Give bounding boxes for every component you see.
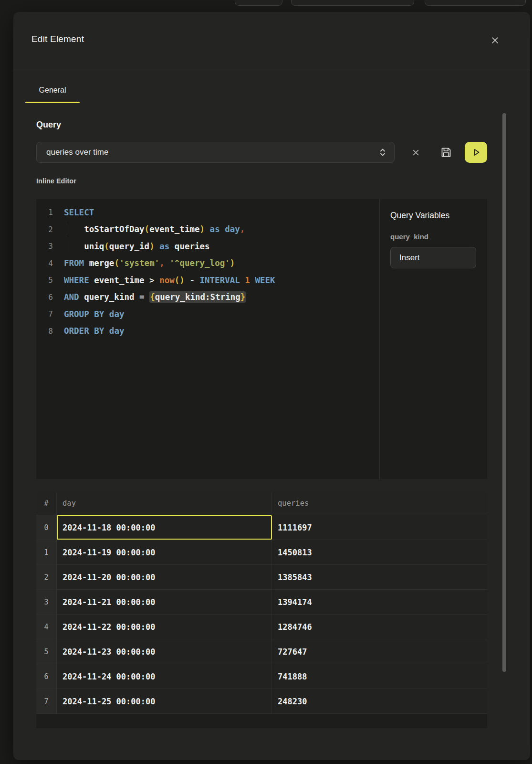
clear-query-button[interactable] bbox=[410, 147, 421, 158]
queries-cell[interactable]: 248230 bbox=[272, 689, 487, 713]
table-row: 32024-11-21 00:00:001394174 bbox=[36, 590, 487, 615]
code-text: GROUP BY day bbox=[64, 309, 124, 319]
code-line[interactable]: 4FROM merge('system', '^query_log') bbox=[36, 255, 379, 272]
code-line[interactable]: 5WHERE event_time > now() - INTERVAL 1 W… bbox=[36, 272, 379, 289]
queries-cell[interactable]: 1284746 bbox=[272, 615, 487, 639]
table-row: 62024-11-24 00:00:00741888 bbox=[36, 664, 487, 689]
code-token-fn: toStartOfDay bbox=[84, 224, 144, 234]
code-token-kw: ORDER bbox=[64, 326, 89, 336]
code-token-fn: merge bbox=[89, 258, 115, 268]
code-token-paren: ) bbox=[149, 242, 155, 251]
code-token-comma: , bbox=[159, 258, 165, 268]
queries-cell[interactable]: 1450813 bbox=[272, 540, 487, 564]
close-button[interactable] bbox=[490, 35, 500, 45]
queries-cell[interactable]: 1385843 bbox=[272, 565, 487, 589]
inline-editor-label: Inline Editor bbox=[36, 177, 76, 185]
results-table-header: # day queries bbox=[36, 492, 487, 515]
results-table-footer bbox=[36, 714, 487, 728]
save-query-button[interactable] bbox=[439, 146, 453, 159]
table-row: 02024-11-18 00:00:001111697 bbox=[36, 515, 487, 540]
code-token-paren: ( bbox=[114, 258, 119, 268]
code-line[interactable]: 2 toStartOfDay(event_time) as day, bbox=[36, 221, 379, 238]
code-token-plain bbox=[89, 309, 94, 319]
code-line[interactable]: 7GROUP BY day bbox=[36, 306, 379, 323]
code-token-kw: BY bbox=[94, 309, 104, 319]
tab-general-label: General bbox=[25, 86, 80, 95]
line-number: 3 bbox=[39, 242, 53, 251]
up-down-chevron-icon bbox=[379, 147, 386, 158]
insert-variable-button[interactable]: Insert bbox=[390, 247, 476, 268]
query-selector-value: queries over time bbox=[46, 148, 379, 157]
query-selector[interactable]: queries over time bbox=[36, 142, 395, 163]
queries-cell[interactable]: 741888 bbox=[272, 664, 487, 689]
code-token-kw: INTERVAL bbox=[200, 276, 240, 285]
modal-scrollbar-thumb[interactable] bbox=[502, 113, 506, 672]
modal-header: Edit Element bbox=[13, 12, 530, 69]
day-cell-selected[interactable]: 2024-11-18 00:00:00 bbox=[57, 515, 272, 540]
query-variables-panel: Query Variables query_kindInsert bbox=[380, 199, 487, 479]
row-index-cell: 5 bbox=[36, 639, 57, 664]
line-number: 5 bbox=[39, 276, 53, 285]
sql-code-editor[interactable]: 1SELECT2 toStartOfDay(event_time) as day… bbox=[36, 199, 380, 479]
indent-guide bbox=[67, 223, 67, 235]
line-number: 8 bbox=[39, 327, 53, 336]
tab-general[interactable]: General bbox=[25, 86, 80, 103]
row-index-cell: 2 bbox=[36, 565, 57, 589]
day-cell[interactable]: 2024-11-19 00:00:00 bbox=[57, 540, 272, 564]
day-cell[interactable]: 2024-11-25 00:00:00 bbox=[57, 689, 272, 713]
code-token-kw: as bbox=[159, 242, 169, 251]
code-line[interactable]: 1SELECT bbox=[36, 204, 379, 221]
code-token-kw: BY bbox=[94, 326, 104, 336]
code-token-plain bbox=[155, 242, 160, 251]
code-token-brace: } bbox=[240, 292, 246, 302]
table-row: 22024-11-20 00:00:001385843 bbox=[36, 565, 487, 590]
code-token-paren: ) bbox=[230, 258, 235, 268]
clear-x-icon bbox=[413, 149, 419, 156]
line-number: 4 bbox=[39, 259, 53, 268]
code-text: AND query_kind = {query_kind:String} bbox=[64, 292, 246, 302]
background-toolbar-button[interactable] bbox=[425, 0, 526, 6]
queries-cell[interactable]: 1394174 bbox=[272, 590, 487, 614]
code-token-plain bbox=[250, 276, 255, 285]
code-line[interactable]: 6AND query_kind = {query_kind:String} bbox=[36, 289, 379, 306]
code-token-plain: - bbox=[185, 276, 200, 285]
code-token-kw: day bbox=[225, 224, 240, 234]
code-token-plain: event_time bbox=[149, 224, 199, 234]
day-cell[interactable]: 2024-11-21 00:00:00 bbox=[57, 590, 272, 614]
line-number: 7 bbox=[39, 309, 53, 318]
code-lines: 1SELECT2 toStartOfDay(event_time) as day… bbox=[36, 204, 379, 340]
code-token-plain bbox=[89, 326, 94, 336]
run-query-button[interactable] bbox=[465, 142, 487, 163]
close-icon bbox=[491, 37, 499, 44]
code-line[interactable]: 8ORDER BY day bbox=[36, 323, 379, 340]
background-toolbar-button[interactable] bbox=[235, 0, 282, 6]
code-token-kw: WEEK bbox=[255, 276, 275, 285]
code-token-kw: WHERE bbox=[64, 276, 89, 285]
table-row: 52024-11-23 00:00:00727647 bbox=[36, 639, 487, 664]
code-line[interactable]: 3 uniq(query_id) as queries bbox=[36, 238, 379, 255]
day-cell[interactable]: 2024-11-23 00:00:00 bbox=[57, 639, 272, 664]
code-token-plain bbox=[220, 224, 225, 234]
code-token-kw: day bbox=[109, 309, 125, 319]
query-variables-heading: Query Variables bbox=[390, 211, 477, 221]
day-cell[interactable]: 2024-11-20 00:00:00 bbox=[57, 565, 272, 589]
modal-title: Edit Element bbox=[31, 34, 84, 44]
code-token-plain: query_id bbox=[109, 242, 149, 251]
code-token-paren: ( bbox=[104, 242, 109, 251]
background-toolbar-button[interactable] bbox=[291, 0, 414, 6]
play-triangle-icon bbox=[471, 147, 481, 158]
code-token-orange: now bbox=[159, 276, 175, 285]
day-cell[interactable]: 2024-11-24 00:00:00 bbox=[57, 664, 272, 689]
queries-cell[interactable]: 727647 bbox=[272, 639, 487, 664]
query-section-heading: Query bbox=[36, 120, 61, 130]
code-text: toStartOfDay(event_time) as day, bbox=[64, 224, 245, 234]
row-index-cell: 0 bbox=[36, 515, 57, 540]
queries-cell[interactable]: 1111697 bbox=[272, 515, 487, 540]
results-table-body: 02024-11-18 00:00:00111169712024-11-19 0… bbox=[36, 515, 487, 714]
code-token-plain: query_kind = bbox=[79, 292, 150, 302]
tab-active-underline bbox=[25, 102, 80, 103]
row-index-cell: 1 bbox=[36, 540, 57, 564]
code-token-comma: , bbox=[240, 224, 245, 234]
day-cell[interactable]: 2024-11-22 00:00:00 bbox=[57, 615, 272, 639]
code-token-str: 'system' bbox=[119, 258, 159, 268]
